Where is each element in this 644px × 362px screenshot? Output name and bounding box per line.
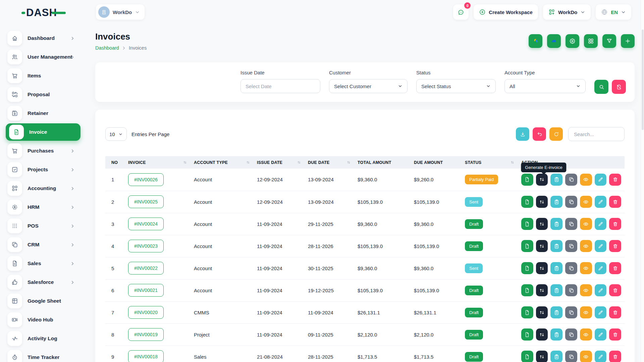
preview-button[interactable] (580, 240, 592, 252)
sidebar-item-purchases[interactable]: Purchases (0, 141, 80, 160)
sort-icon[interactable] (297, 160, 301, 165)
user-menu[interactable]: WorkDo (543, 4, 591, 20)
sidebar-item-pos[interactable]: POS (0, 217, 80, 235)
duplicate-button[interactable] (565, 351, 577, 362)
create-workspace-button[interactable]: Create Workspace (474, 4, 538, 20)
clipboard-button[interactable] (550, 196, 562, 208)
preview-button[interactable] (580, 328, 592, 341)
edit-button[interactable] (595, 240, 607, 252)
scrollbar-thumb[interactable] (642, 29, 644, 130)
invoice-number-link[interactable]: #INV00025 (128, 195, 164, 208)
clipboard-button[interactable] (550, 328, 562, 341)
sidebar-item-hrm[interactable]: HRM (0, 198, 80, 217)
messages-button[interactable]: 0 (453, 4, 469, 20)
invoice-number-link[interactable]: #INV00020 (128, 306, 164, 319)
column-header-status[interactable]: STATUS (462, 156, 518, 169)
preview-button[interactable] (580, 196, 592, 208)
status-select[interactable]: Select Status (416, 79, 496, 93)
sidebar-item-salesforce[interactable]: Salesforce (0, 273, 80, 292)
clipboard-button[interactable] (550, 218, 562, 230)
edit-button[interactable] (595, 306, 607, 318)
apps-grid-button[interactable] (584, 34, 598, 48)
filter-button[interactable] (602, 34, 616, 48)
edit-button[interactable] (595, 174, 607, 186)
entries-per-page-select[interactable]: 10 (105, 127, 127, 141)
preview-button[interactable] (580, 351, 592, 362)
preview-button[interactable] (580, 218, 592, 230)
clipboard-button[interactable] (550, 284, 562, 296)
settings-button[interactable] (566, 34, 579, 48)
apply-filter-button[interactable] (594, 80, 608, 94)
preview-button[interactable] (580, 284, 592, 296)
generate-einvoice-button[interactable] (536, 262, 548, 274)
clipboard-button[interactable] (550, 351, 562, 362)
sidebar-item-dashboard[interactable]: Dashboard (0, 29, 80, 48)
breadcrumb-dashboard-link[interactable]: Dashboard (95, 45, 119, 51)
delete-button[interactable] (609, 218, 621, 230)
duplicate-button[interactable] (565, 196, 577, 208)
duplicate-button[interactable] (565, 174, 577, 186)
clipboard-button[interactable] (550, 262, 562, 274)
generate-einvoice-button[interactable] (536, 328, 548, 341)
duplicate-button[interactable] (565, 240, 577, 252)
generate-einvoice-button[interactable] (536, 240, 548, 252)
sidebar-item-crm[interactable]: CRM (0, 235, 80, 254)
invoice-document-button[interactable] (521, 240, 533, 252)
edit-button[interactable] (595, 196, 607, 208)
duplicate-button[interactable] (565, 262, 577, 274)
sort-icon[interactable] (346, 160, 351, 165)
generate-einvoice-button[interactable] (536, 351, 548, 362)
sidebar-item-activity-log[interactable]: Activity Log (0, 329, 80, 348)
invoice-number-link[interactable]: #INV00024 (128, 218, 164, 230)
preview-button[interactable] (580, 306, 592, 318)
sidebar-item-projects[interactable]: Projects (0, 160, 80, 179)
reset-button[interactable] (533, 127, 546, 141)
sidebar-item-items[interactable]: Items (0, 66, 80, 85)
add-invoice-button[interactable] (621, 34, 635, 48)
invoice-document-button[interactable] (521, 306, 533, 318)
page-scrollbar[interactable] (641, 0, 644, 362)
invoice-document-button[interactable] (521, 218, 533, 230)
invoice-document-button[interactable] (521, 196, 533, 208)
edit-button[interactable] (595, 351, 607, 362)
sort-icon[interactable] (183, 160, 187, 165)
issue-date-input[interactable] (240, 79, 320, 93)
preview-button[interactable] (580, 174, 592, 186)
invoice-number-link[interactable]: #INV00019 (128, 328, 164, 341)
invoice-document-button[interactable] (521, 284, 533, 296)
workspace-switcher[interactable]: WorkDo (96, 4, 145, 20)
refresh-button[interactable] (549, 127, 563, 141)
sidebar-item-time-tracker[interactable]: Time Tracker (0, 348, 80, 362)
sidebar-item-proposal[interactable]: Proposal (0, 85, 80, 104)
delete-button[interactable] (609, 196, 621, 208)
delete-button[interactable] (609, 351, 621, 362)
generate-einvoice-button[interactable] (536, 306, 548, 318)
invoice-document-button[interactable] (521, 328, 533, 341)
generate-einvoice-button[interactable] (536, 196, 548, 208)
invoice-number-link[interactable]: #INV00018 (128, 350, 164, 362)
edit-button[interactable] (595, 328, 607, 341)
delete-button[interactable] (609, 262, 621, 274)
edit-button[interactable] (595, 218, 607, 230)
sidebar-item-sales[interactable]: Sales (0, 254, 80, 273)
delete-button[interactable] (609, 240, 621, 252)
sidebar-item-accounting[interactable]: Accounting (0, 179, 80, 198)
invoice-document-button[interactable] (521, 262, 533, 274)
invoice-document-button[interactable] (521, 174, 533, 186)
duplicate-button[interactable] (565, 306, 577, 318)
duplicate-button[interactable] (565, 328, 577, 341)
clipboard-button[interactable] (550, 306, 562, 318)
invoice-number-link[interactable]: #INV00023 (128, 240, 164, 252)
customer-select[interactable]: Select Customer (329, 79, 408, 93)
column-header-issue-date[interactable]: ISSUE DATE (254, 156, 305, 169)
google-drive-button[interactable] (529, 34, 542, 48)
duplicate-button[interactable] (565, 218, 577, 230)
generate-einvoice-button[interactable] (536, 218, 548, 230)
column-header-account-type[interactable]: ACCOUNT TYPE (191, 156, 254, 169)
delete-button[interactable] (609, 306, 621, 318)
clear-filter-button[interactable] (612, 80, 626, 94)
invoice-number-link[interactable]: #INV00026 (128, 173, 164, 186)
sidebar-item-video-hub[interactable]: Video Hub (0, 310, 80, 329)
sidebar-item-invoice[interactable]: Invoice (6, 123, 80, 141)
delete-button[interactable] (609, 328, 621, 341)
